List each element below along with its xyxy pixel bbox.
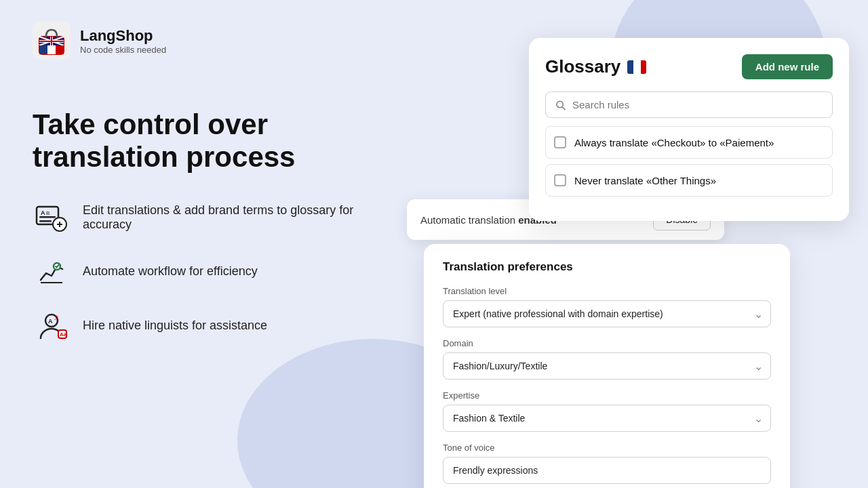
rule-2-checkbox[interactable]	[554, 174, 566, 186]
hire-linguists-icon: A 文 Aa	[33, 307, 71, 345]
tone-of-voice-label: Tone of voice	[443, 443, 771, 453]
translation-level-select-wrapper[interactable]: Expert (native professional with domain …	[443, 300, 771, 327]
feature-list: A B Edit translations & add brand terms …	[33, 199, 385, 345]
svg-rect-15	[39, 220, 52, 222]
auto-translation-label: Automatic translation	[420, 214, 518, 226]
svg-text:A: A	[48, 318, 53, 325]
feature-item-automate: Automate workflow for efficiency	[33, 253, 385, 291]
add-new-rule-button[interactable]: Add new rule	[742, 54, 833, 79]
svg-text:A: A	[41, 209, 45, 216]
translation-level-field: Translation level Expert (native profess…	[443, 286, 771, 327]
hero-title: Take control over translation process	[33, 108, 385, 174]
expertise-label: Expertise	[443, 390, 771, 401]
french-flag-icon	[627, 60, 646, 74]
search-input[interactable]	[572, 99, 823, 110]
left-content: Take control over translation process A …	[33, 108, 385, 345]
domain-label: Domain	[443, 338, 771, 348]
expertise-select[interactable]: Fashion & Textile	[443, 405, 771, 432]
expertise-field: Expertise Fashion & Textile ⌄	[443, 390, 771, 432]
glossary-panel: Glossary Add new rule Always translate «…	[529, 38, 849, 221]
svg-rect-12	[56, 45, 64, 54]
tone-of-voice-field: Tone of voice	[443, 443, 771, 484]
svg-rect-14	[39, 216, 56, 218]
app-name: LangShop	[80, 27, 166, 45]
feature-text-automate: Automate workflow for efficiency	[83, 264, 258, 279]
glossary-rule-2: Never translate «Other Things»	[545, 164, 833, 197]
domain-field: Domain Fashion/Luxury/Textile ⌄	[443, 338, 771, 380]
app-tagline: No code skills needed	[80, 45, 166, 55]
search-icon	[555, 100, 566, 110]
header: LangShop No code skills needed	[33, 22, 166, 60]
search-box[interactable]	[545, 92, 833, 118]
feature-item-edit: A B Edit translations & add brand terms …	[33, 199, 385, 237]
svg-line-29	[562, 106, 565, 109]
translation-level-label: Translation level	[443, 286, 771, 296]
prefs-title: Translation preferences	[443, 260, 771, 274]
svg-text:B: B	[46, 210, 50, 216]
rule-1-text: Always translate «Checkout» to «Paiement…	[574, 137, 774, 148]
automate-workflow-icon	[33, 253, 71, 291]
glossary-title-text: Glossary	[545, 56, 620, 77]
expertise-select-wrapper[interactable]: Fashion & Textile ⌄	[443, 405, 771, 432]
domain-select[interactable]: Fashion/Luxury/Textile	[443, 352, 771, 380]
tone-of-voice-input[interactable]	[443, 457, 771, 484]
feature-item-linguists: A 文 Aa Hire native linguists for assista…	[33, 307, 385, 345]
svg-text:Aa: Aa	[60, 331, 67, 338]
feature-text-edit: Edit translations & add brand terms to g…	[83, 203, 385, 232]
svg-rect-9	[39, 41, 64, 42]
svg-rect-11	[47, 45, 56, 54]
logo-text: LangShop No code skills needed	[80, 27, 166, 55]
svg-rect-10	[39, 45, 47, 54]
rule-2-text: Never translate «Other Things»	[574, 175, 716, 186]
logo-icon	[33, 22, 71, 60]
glossary-header: Glossary Add new rule	[545, 54, 833, 79]
feature-text-linguists: Hire native linguists for assistance	[83, 319, 267, 333]
edit-translations-icon: A B	[33, 199, 71, 237]
translation-level-select[interactable]: Expert (native professional with domain …	[443, 300, 771, 327]
translation-preferences-panel: Translation preferences Translation leve…	[424, 244, 790, 488]
glossary-title: Glossary	[545, 56, 646, 77]
svg-text:文: 文	[54, 315, 59, 320]
domain-select-wrapper[interactable]: Fashion/Luxury/Textile ⌄	[443, 352, 771, 380]
rule-1-checkbox[interactable]	[554, 136, 566, 148]
glossary-rule-1: Always translate «Checkout» to «Paiement…	[545, 126, 833, 159]
